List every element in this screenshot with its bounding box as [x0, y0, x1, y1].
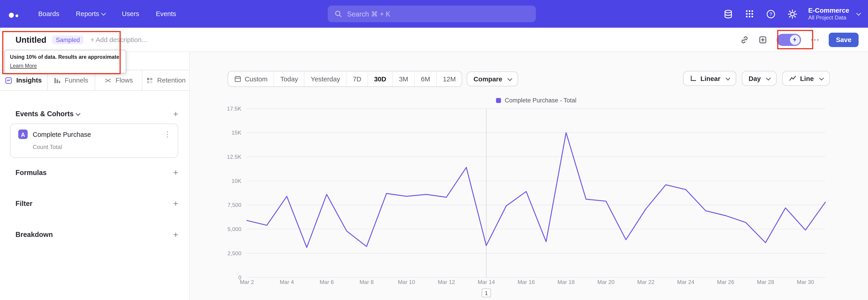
save-button[interactable]: Save — [829, 32, 859, 47]
svg-text:10K: 10K — [231, 178, 241, 184]
compare-label: Compare — [473, 75, 502, 83]
nav-events[interactable]: Events — [156, 10, 176, 18]
event-name: Complete Purchase — [33, 130, 91, 138]
svg-text:Mar 26: Mar 26 — [717, 279, 734, 285]
chart-type-label: Line — [800, 74, 814, 82]
tab-retention[interactable]: Retention — [143, 70, 189, 90]
add-event-button[interactable]: + — [173, 111, 178, 117]
tab-flows-label: Flows — [116, 77, 133, 84]
range-7d[interactable]: 7D — [346, 71, 367, 86]
svg-text:15K: 15K — [231, 129, 241, 136]
lightning-bolt-icon — [790, 35, 800, 44]
project-selector[interactable]: E-Commerce All Project Data — [808, 0, 860, 28]
flows-icon — [104, 77, 112, 84]
learn-more-link[interactable]: Learn More — [10, 63, 37, 69]
topbar-icons: ? — [723, 0, 797, 28]
svg-text:5,000: 5,000 — [228, 226, 241, 232]
range-6m[interactable]: 6M — [414, 71, 436, 86]
svg-text:Mar 12: Mar 12 — [438, 279, 455, 285]
range-custom[interactable]: Custom — [228, 71, 274, 86]
interval-dropdown[interactable]: Day — [742, 71, 777, 86]
svg-text:Mar 8: Mar 8 — [360, 279, 374, 285]
chevron-down-icon — [508, 76, 513, 81]
svg-text:Mar 4: Mar 4 — [280, 279, 294, 285]
search-input[interactable]: Search ⌘ + K — [328, 5, 536, 22]
report-header: Untitled Sampled + Add description... ⋯ … — [0, 28, 868, 52]
sampling-toggle[interactable] — [777, 33, 801, 46]
more-menu-icon[interactable]: ⋯ — [810, 37, 819, 42]
nav-reports-label: Reports — [76, 10, 99, 18]
copy-link-icon[interactable] — [740, 35, 749, 44]
data-management-icon[interactable] — [723, 9, 733, 19]
insights-icon — [5, 77, 12, 84]
sampled-badge[interactable]: Sampled — [52, 35, 84, 44]
interval-label: Day — [749, 74, 761, 82]
svg-text:12.5K: 12.5K — [227, 154, 242, 160]
chevron-down-icon — [101, 11, 106, 16]
mixpanel-logo-icon[interactable] — [9, 10, 18, 18]
events-cohorts-dropdown[interactable]: Events & Cohorts — [16, 110, 80, 118]
tab-funnels-label: Funnels — [65, 77, 88, 84]
range-custom-label: Custom — [245, 75, 268, 83]
report-title[interactable]: Untitled — [16, 35, 46, 44]
nav-boards[interactable]: Boards — [38, 10, 59, 18]
add-formula-button[interactable]: + — [173, 169, 178, 176]
svg-text:Mar 10: Mar 10 — [398, 279, 415, 285]
add-description[interactable]: + Add description... — [90, 36, 147, 43]
report-header-actions: ⋯ Save — [740, 28, 859, 51]
svg-text:Mar 16: Mar 16 — [518, 279, 535, 285]
event-metric[interactable]: Count Total — [33, 143, 178, 150]
range-today[interactable]: Today — [274, 71, 304, 86]
sampling-tooltip: Using 10% of data. Results are approxima… — [4, 50, 126, 73]
event-row-main: A Complete Purchase ⋮ — [18, 129, 171, 139]
event-kebab-menu-icon[interactable]: ⋮ — [164, 130, 171, 139]
compare-button[interactable]: Compare — [467, 71, 518, 86]
svg-text:Mar 24: Mar 24 — [677, 279, 694, 285]
breakdown-label: Breakdown — [16, 231, 53, 239]
scale-dropdown[interactable]: Linear — [683, 71, 737, 86]
svg-text:7,500: 7,500 — [228, 202, 241, 208]
chevron-down-icon — [766, 76, 771, 80]
project-scope: All Project Data — [808, 14, 849, 21]
svg-text:2,500: 2,500 — [228, 250, 241, 257]
calendar-icon — [234, 75, 241, 83]
svg-text:Mar 18: Mar 18 — [557, 279, 575, 285]
apps-grid-icon[interactable] — [745, 9, 754, 18]
range-30d[interactable]: 30D — [367, 71, 392, 86]
event-letter-badge: A — [18, 129, 28, 139]
add-to-board-icon[interactable] — [758, 35, 767, 44]
query-builder-sidebar: Insights Funnels Flows Retention Events … — [0, 52, 190, 300]
primary-nav: Boards Reports Users Events — [38, 10, 176, 18]
help-icon[interactable]: ? — [766, 9, 776, 19]
chevron-down-icon — [726, 76, 731, 80]
chevron-down-icon — [76, 111, 81, 116]
formulas-section: Formulas + — [16, 169, 178, 177]
scale-label: Linear — [701, 74, 720, 82]
report-canvas: Custom Today Yesterday 7D 30D 3M 6M 12M … — [190, 52, 868, 300]
date-range-segmented: Custom Today Yesterday 7D 30D 3M 6M 12M — [228, 71, 463, 87]
events-cohorts-label: Events & Cohorts — [16, 110, 74, 118]
svg-text:Mar 6: Mar 6 — [320, 279, 334, 285]
tab-retention-label: Retention — [157, 77, 186, 84]
settings-gear-icon[interactable] — [788, 9, 797, 19]
search-icon — [334, 10, 342, 18]
date-range-controls: Custom Today Yesterday 7D 30D 3M 6M 12M … — [228, 71, 519, 87]
retention-icon — [146, 77, 153, 84]
add-filter-button[interactable]: + — [173, 201, 178, 207]
event-row[interactable]: A Complete Purchase ⋮ Count Total — [10, 123, 178, 158]
range-yesterday[interactable]: Yesterday — [304, 71, 346, 86]
add-breakdown-button[interactable]: + — [173, 232, 178, 238]
chart-type-dropdown[interactable]: Line — [782, 71, 830, 86]
top-nav-bar: Boards Reports Users Events Search ⌘ + K… — [0, 0, 868, 28]
nav-reports[interactable]: Reports — [76, 10, 105, 18]
chart-page-marker[interactable]: 1 — [482, 289, 491, 297]
range-12m[interactable]: 12M — [436, 71, 462, 86]
nav-users[interactable]: Users — [122, 10, 139, 18]
filter-section: Filter + — [16, 200, 178, 208]
svg-text:Mar 14: Mar 14 — [477, 279, 495, 285]
svg-text:Mar 28: Mar 28 — [757, 279, 774, 285]
breakdown-section: Breakdown + — [16, 231, 178, 239]
tab-insights-label: Insights — [16, 77, 42, 84]
line-chart: 17.5K15K12.5K10K7,5005,0002,5000Mar 2Mar… — [213, 101, 849, 300]
range-3m[interactable]: 3M — [393, 71, 414, 86]
